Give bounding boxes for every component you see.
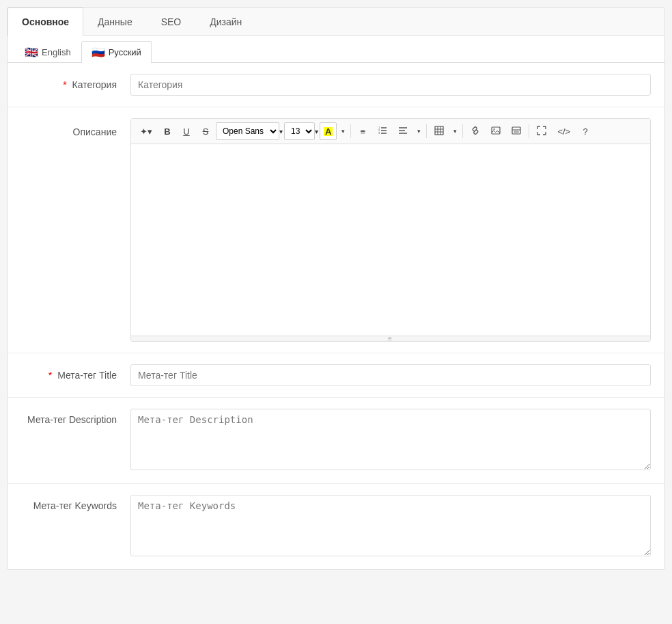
meta-description-row: Мета-тег Description xyxy=(8,398,664,484)
svg-text:3: 3 xyxy=(378,131,380,135)
toolbar-font-family-select[interactable]: Open Sans xyxy=(216,122,279,140)
toolbar-table-button[interactable] xyxy=(430,122,449,140)
flag-ru-icon: 🇷🇺 xyxy=(92,48,105,57)
align-dropdown-icon: ▾ xyxy=(417,128,421,135)
meta-keywords-row: Мета-тег Keywords xyxy=(8,484,664,569)
tab-osnovnoe[interactable]: Основное xyxy=(8,8,83,36)
meta-title-field xyxy=(130,364,651,386)
toolbar-source-button[interactable]: </> xyxy=(552,122,575,140)
top-tabs: Основное Данные SEO Дизайн xyxy=(8,8,664,36)
table-icon xyxy=(434,126,444,137)
help-icon: ? xyxy=(583,126,588,137)
category-label: * Категория xyxy=(21,74,130,90)
meta-description-field xyxy=(130,409,651,472)
lang-tab-ru-label: Русский xyxy=(109,47,141,57)
media-icon xyxy=(512,126,521,137)
description-label: Описание xyxy=(21,118,130,137)
toolbar-color-arrow-button[interactable]: ▾ xyxy=(338,122,348,140)
bold-icon: B xyxy=(164,126,170,137)
toolbar-color-button[interactable]: A xyxy=(320,122,337,140)
flag-en-icon: 🇬🇧 xyxy=(25,48,38,57)
form-content: * Категория Описание ✦▾ xyxy=(8,63,664,569)
page-container: Основное Данные SEO Дизайн 🇬🇧 English 🇷🇺… xyxy=(7,7,665,570)
strikethrough-icon: S xyxy=(203,126,209,137)
toolbar-divider-3 xyxy=(462,124,463,138)
tab-seo[interactable]: SEO xyxy=(147,8,196,36)
toolbar-fullscreen-button[interactable] xyxy=(532,122,551,140)
toolbar-magic-button[interactable]: ✦▾ xyxy=(135,122,157,140)
svg-rect-17 xyxy=(512,127,520,134)
meta-title-input[interactable] xyxy=(130,364,651,386)
tab-dizain[interactable]: Дизайн xyxy=(195,8,256,36)
font-size-arrow-icon: ▾ xyxy=(315,128,318,135)
toolbar-image-button[interactable] xyxy=(486,122,505,140)
svg-point-16 xyxy=(494,128,495,130)
tab-dannye[interactable]: Данные xyxy=(83,8,147,36)
ol-icon: 1 2 3 xyxy=(378,126,387,137)
image-icon xyxy=(491,126,501,137)
category-field xyxy=(130,74,651,96)
meta-description-textarea[interactable] xyxy=(130,409,651,470)
toolbar-media-button[interactable] xyxy=(507,122,526,140)
rich-text-editor: ✦▾ B U S xyxy=(130,118,651,342)
svg-rect-15 xyxy=(492,127,500,134)
fullscreen-icon xyxy=(537,126,546,137)
meta-title-row: * Мета-тег Title xyxy=(8,353,664,398)
category-required-marker: * xyxy=(63,79,66,90)
description-row: Описание ✦▾ B U xyxy=(8,107,664,353)
meta-title-required-marker: * xyxy=(48,370,52,381)
description-field: ✦▾ B U S xyxy=(130,118,651,342)
toolbar-underline-button[interactable]: U xyxy=(178,122,195,140)
editor-toolbar: ✦▾ B U S xyxy=(131,119,650,144)
lang-tab-ru[interactable]: 🇷🇺 Русский xyxy=(81,41,152,63)
toolbar-font-size-select[interactable]: 13 xyxy=(284,122,315,140)
svg-rect-9 xyxy=(435,126,443,135)
lang-tab-en-label: English xyxy=(42,47,71,57)
meta-description-label: Мета-тег Description xyxy=(21,409,130,425)
meta-title-label: * Мета-тег Title xyxy=(21,364,130,381)
table-dropdown-icon: ▾ xyxy=(453,128,457,135)
toolbar-align-arrow-button[interactable]: ▾ xyxy=(414,122,423,140)
category-input[interactable] xyxy=(130,74,651,96)
toolbar-help-button[interactable]: ? xyxy=(576,122,594,140)
ul-icon: ≡ xyxy=(361,126,366,137)
toolbar-divider-4 xyxy=(529,124,529,138)
align-icon xyxy=(398,126,408,137)
lang-tab-en[interactable]: 🇬🇧 English xyxy=(14,41,81,63)
meta-keywords-textarea[interactable] xyxy=(130,495,651,556)
svg-rect-19 xyxy=(514,131,518,133)
link-icon xyxy=(471,126,480,137)
color-letter-icon: A xyxy=(324,127,333,136)
editor-body[interactable] xyxy=(131,144,650,336)
toolbar-divider-2 xyxy=(426,124,427,138)
toolbar-table-arrow-button[interactable]: ▾ xyxy=(450,122,460,140)
font-family-arrow-icon: ▾ xyxy=(279,128,283,135)
magic-icon: ✦▾ xyxy=(140,126,152,137)
toolbar-ul-button[interactable]: ≡ xyxy=(354,122,372,140)
meta-keywords-label: Мета-тег Keywords xyxy=(21,495,130,511)
source-icon: </> xyxy=(557,126,570,137)
category-row: * Категория xyxy=(8,63,664,107)
toolbar-strikethrough-button[interactable]: S xyxy=(197,122,214,140)
toolbar-divider-1 xyxy=(350,124,351,138)
meta-keywords-field xyxy=(130,495,651,558)
lang-tabs: 🇬🇧 English 🇷🇺 Русский xyxy=(8,36,664,63)
toolbar-align-button[interactable] xyxy=(393,122,412,140)
underline-icon: U xyxy=(183,126,189,137)
toolbar-ol-button[interactable]: 1 2 3 xyxy=(373,122,392,140)
toolbar-bold-button[interactable]: B xyxy=(158,122,176,140)
toolbar-link-button[interactable] xyxy=(466,122,485,140)
color-dropdown-icon: ▾ xyxy=(341,128,345,135)
editor-resize-handle[interactable] xyxy=(131,336,650,341)
svg-line-14 xyxy=(475,129,477,131)
